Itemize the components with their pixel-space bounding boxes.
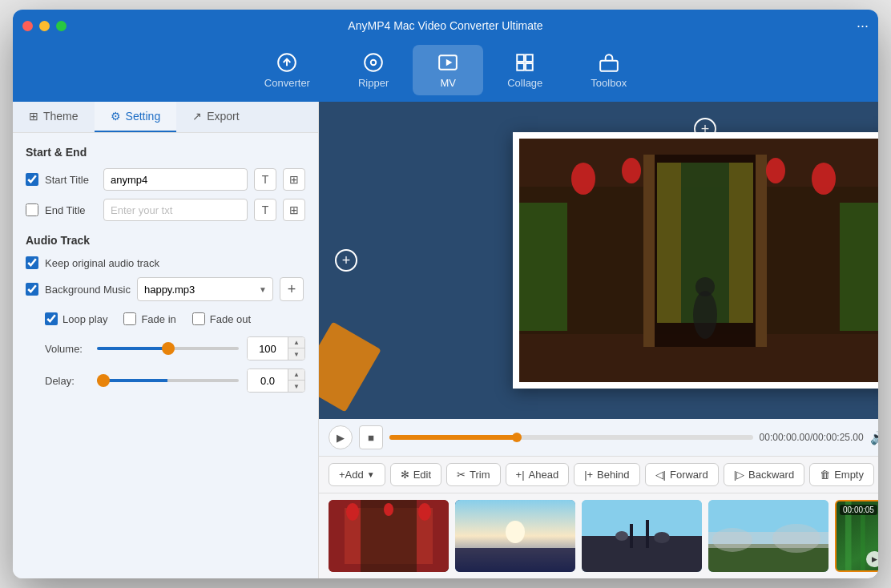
nav-item-converter[interactable]: Converter: [240, 45, 334, 95]
add-music-button[interactable]: +: [280, 277, 304, 301]
start-title-grid-button[interactable]: ⊞: [283, 168, 305, 191]
svg-rect-16: [643, 155, 655, 347]
delay-spinners: ▲ ▼: [288, 369, 304, 392]
backward-button[interactable]: |▷ Backward: [724, 463, 804, 486]
svg-point-26: [693, 291, 717, 339]
volume-slider[interactable]: [97, 347, 239, 350]
volume-down-button[interactable]: ▼: [288, 348, 304, 360]
bg-music-select[interactable]: happy.mp3: [137, 277, 273, 301]
edit-label: Edit: [413, 469, 431, 481]
volume-input[interactable]: [248, 337, 288, 360]
fade-out-checkbox[interactable]: [192, 312, 205, 325]
ahead-label: Ahead: [529, 469, 559, 481]
thumb-play-button[interactable]: ▶: [866, 551, 878, 567]
forward-label: Forward: [670, 469, 708, 481]
theme-tab-icon: ⊞: [29, 110, 38, 123]
forward-button[interactable]: ◁| Forward: [645, 463, 719, 486]
delay-down-button[interactable]: ▼: [288, 381, 304, 392]
loop-play-option[interactable]: Loop play: [45, 312, 107, 325]
export-tab-icon: ↗: [192, 110, 202, 123]
svg-point-20: [766, 158, 785, 183]
keep-original-checkbox[interactable]: [26, 256, 38, 269]
backward-label: Backward: [748, 469, 794, 481]
tab-bar: ⊞ Theme ⚙ Setting ↗ Export: [13, 102, 318, 133]
fade-in-option[interactable]: Fade in: [123, 312, 175, 325]
more-options-button[interactable]: ···: [857, 18, 869, 34]
keep-original-row: Keep original audio track: [26, 256, 305, 269]
keep-original-label: Keep original audio track: [45, 257, 159, 269]
tab-theme-label: Theme: [43, 110, 79, 123]
nav-item-toolbox[interactable]: Toolbox: [566, 45, 651, 95]
trim-button[interactable]: ✂ Trim: [446, 463, 501, 486]
audio-options-row: Loop play Fade in Fade out: [26, 312, 305, 325]
svg-rect-17: [756, 155, 767, 347]
ahead-button[interactable]: +| Ahead: [506, 463, 570, 486]
collage-icon: [514, 51, 536, 74]
nav-label-mv: MV: [440, 77, 456, 89]
tab-theme[interactable]: ⊞ Theme: [13, 102, 95, 132]
stop-button[interactable]: ■: [359, 425, 383, 449]
nav-label-collage: Collage: [507, 77, 542, 89]
behind-button[interactable]: |+ Behind: [574, 463, 639, 486]
edit-button[interactable]: ✻ Edit: [390, 463, 441, 486]
end-title-grid-button[interactable]: ⊞: [283, 199, 305, 221]
end-title-row: End Title T ⊞: [26, 199, 305, 221]
start-title-input[interactable]: [103, 168, 248, 191]
tab-setting[interactable]: ⚙ Setting: [95, 102, 177, 132]
add-left-button[interactable]: +: [335, 249, 357, 272]
delay-input[interactable]: [248, 369, 288, 392]
end-title-input[interactable]: [103, 199, 248, 221]
volume-input-wrapper: ▲ ▼: [247, 336, 305, 360]
loop-play-label: Loop play: [62, 313, 107, 325]
svg-point-40: [654, 532, 670, 543]
delay-up-button[interactable]: ▲: [288, 369, 304, 381]
thumbnail-4[interactable]: [708, 500, 829, 572]
nav-item-mv[interactable]: MV: [413, 45, 483, 95]
progress-fill: [389, 435, 517, 440]
app-title: AnyMP4 Mac Video Converter Ultimate: [348, 19, 542, 32]
bg-music-checkbox[interactable]: [26, 283, 38, 296]
svg-rect-25: [729, 163, 753, 323]
fade-out-option[interactable]: Fade out: [192, 312, 251, 325]
thumbnail-1[interactable]: [329, 500, 449, 572]
svg-point-19: [622, 158, 641, 183]
add-button[interactable]: + Add ▼: [329, 463, 385, 486]
app-window: AnyMP4 Mac Video Converter Ultimate ··· …: [13, 10, 878, 578]
volume-up-button[interactable]: ▲: [288, 337, 304, 348]
start-title-font-button[interactable]: T: [254, 168, 276, 191]
svg-marker-5: [446, 58, 453, 66]
maximize-button[interactable]: [56, 21, 67, 31]
add-icon: +: [339, 469, 345, 481]
tab-export[interactable]: ↗ Export: [176, 102, 255, 132]
fade-in-checkbox[interactable]: [123, 312, 136, 325]
svg-rect-42: [646, 520, 649, 548]
setting-tab-icon: ⚙: [111, 110, 121, 123]
end-title-checkbox[interactable]: [26, 203, 38, 216]
empty-button[interactable]: 🗑 Empty: [809, 463, 874, 486]
nav-label-converter: Converter: [264, 77, 310, 89]
nav-item-collage[interactable]: Collage: [483, 45, 566, 95]
close-button[interactable]: [22, 21, 33, 31]
thumbnail-2[interactable]: [455, 500, 575, 572]
nav-item-ripper[interactable]: Ripper: [334, 45, 413, 95]
loop-play-checkbox[interactable]: [45, 312, 58, 325]
start-title-checkbox[interactable]: [26, 173, 38, 186]
bottom-toolbar: + Add ▼ ✻ Edit ✂ Trim +| Ahead |+: [319, 456, 878, 493]
delay-slider[interactable]: [97, 379, 239, 382]
behind-icon: |+: [584, 469, 593, 481]
thumbnail-3[interactable]: [582, 500, 702, 572]
bg-music-label: Background Music: [45, 284, 131, 296]
mv-icon: [437, 51, 459, 74]
end-title-font-button[interactable]: T: [254, 199, 276, 221]
progress-bar[interactable]: [389, 435, 753, 440]
volume-icon[interactable]: 🔊: [870, 430, 878, 445]
thumbnail-5[interactable]: 00:00:05 ✕ ▶ ★ ⏱: [835, 500, 878, 572]
fade-in-label: Fade in: [141, 313, 175, 325]
svg-point-33: [418, 503, 431, 521]
play-button[interactable]: ▶: [329, 425, 353, 449]
trim-icon: ✂: [457, 469, 466, 481]
svg-point-39: [615, 531, 628, 541]
bg-music-dropdown-wrapper: happy.mp3 ▼: [137, 277, 273, 301]
minimize-button[interactable]: [39, 21, 50, 31]
svg-rect-23: [840, 203, 878, 331]
